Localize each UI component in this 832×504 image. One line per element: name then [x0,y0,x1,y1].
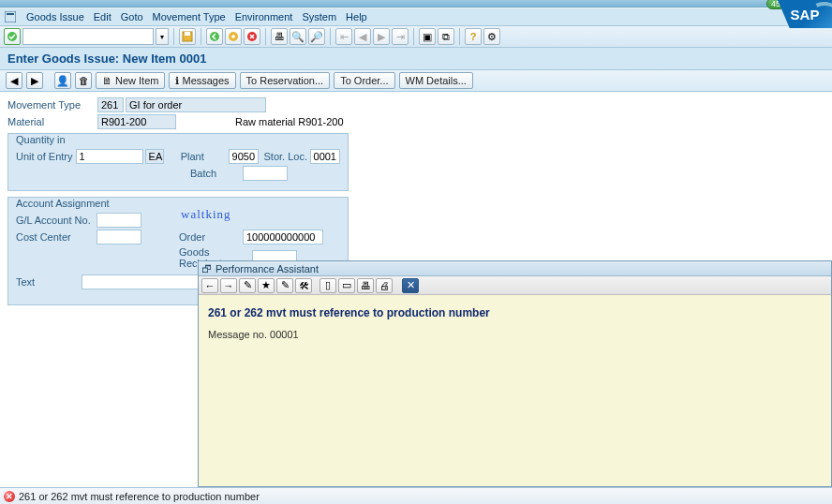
new-item-button[interactable]: 🗎 New Item [96,72,165,89]
pa-search-button[interactable]: ✎ [239,278,256,293]
menu-edit[interactable]: Edit [94,11,111,22]
cc-label: Cost Center [16,231,97,243]
performance-assistant-panel: 🗗 Performance Assistant ← → ✎ ★ ✎ 🛠 ▯ ▭ … [198,260,832,487]
save-button[interactable] [179,28,196,45]
pa-fullscreen-button[interactable]: ▭ [338,278,355,293]
print-button[interactable]: 🖶 [271,28,288,45]
material-code: R901-200 [97,114,176,129]
first-page-button[interactable]: ⇤ [335,28,352,45]
last-page-button[interactable]: ⇥ [392,28,409,45]
movement-type-code: 261 [97,97,124,112]
svg-point-5 [210,32,219,41]
exit-button[interactable] [225,28,242,45]
back-button[interactable] [206,28,223,45]
wm-details-button[interactable]: WM Details... [399,72,473,89]
svg-rect-1 [7,13,14,15]
pa-print2-button[interactable]: 🖶 [357,278,374,293]
watermark-text: waltking [181,207,231,222]
status-text: 261 or 262 mvt must reference to product… [19,491,260,502]
to-reservation-button[interactable]: To Reservation... [240,72,331,89]
performance-assistant-msgno: Message no. 00001 [208,329,822,340]
next-item-button[interactable]: ▶ [26,72,43,89]
info-icon: ℹ [175,75,179,87]
error-icon[interactable]: ✕ [4,491,15,502]
pa-split-button[interactable]: ▯ [319,278,336,293]
prev-page-button[interactable]: ◀ [354,28,371,45]
prev-item-button[interactable]: ◀ [6,72,22,89]
movement-type-text: GI for order [126,97,266,112]
material-desc: Raw material R901-200 [232,114,382,129]
quantity-input[interactable] [76,149,143,164]
menubar: Goods Issue Edit Goto Movement Type Envi… [0,7,832,26]
menu-movement-type[interactable]: Movement Type [153,11,226,22]
command-field-history[interactable]: ▾ [156,28,169,45]
command-field[interactable] [22,28,154,45]
text-label: Text [16,276,82,288]
unit-of-entry-label: Unit of Entry [16,151,76,162]
customize-layout-button[interactable]: ⚙ [483,28,500,45]
order-input[interactable] [243,230,323,245]
movement-type-label: Movement Type [7,99,97,111]
menu-goods-issue[interactable]: Goods Issue [26,11,84,22]
gl-label: G/L Account No. [16,215,97,226]
pa-bookmark-button[interactable]: ★ [258,278,275,293]
create-session-button[interactable]: ▣ [419,28,436,45]
sloc-field[interactable]: 0001 [310,149,340,164]
uom-field[interactable]: EA [145,149,164,164]
cc-input[interactable] [97,230,141,245]
overview-button[interactable]: 👤 [54,72,71,89]
menu-goto[interactable]: Goto [121,11,143,22]
page-title: Enter Goods Issue: New Item 0001 [0,48,832,70]
svg-rect-0 [5,11,16,22]
next-page-button[interactable]: ▶ [373,28,390,45]
pa-notes-button[interactable]: ✎ [276,278,293,293]
performance-assistant-titlebar: 🗗 Performance Assistant [199,261,831,276]
plant-label: Plant [181,151,229,162]
performance-assistant-title: Performance Assistant [215,263,319,274]
menu-environment[interactable]: Environment [235,11,293,22]
svg-rect-4 [185,32,190,36]
order-label: Order [179,231,243,243]
status-bar: ✕ 261 or 262 mvt must reference to produ… [0,487,832,504]
document-icon: 🗎 [102,75,112,86]
pa-tools-button[interactable]: 🛠 [295,278,312,293]
pa-back-button[interactable]: ← [201,278,218,293]
app-toolbar: ◀ ▶ 👤 🗑 🗎 New Item ℹ Messages To Reserva… [0,70,832,92]
plant-field[interactable]: 9050 [229,149,259,164]
batch-label: Batch [190,168,243,179]
new-item-label: New Item [115,75,158,86]
find-next-button[interactable]: 🔎 [308,28,325,45]
messages-label: Messages [182,75,229,86]
batch-input[interactable] [243,166,288,181]
material-label: Material [7,116,97,127]
generate-shortcut-button[interactable]: ⧉ [438,28,454,45]
pa-print-button[interactable]: 🖨 [376,278,393,293]
menu-help[interactable]: Help [346,11,367,22]
menu-system[interactable]: System [302,11,336,22]
quantity-group-title: Quantity in [14,134,67,145]
enter-button[interactable] [4,28,21,45]
performance-assistant-heading: 261 or 262 mvt must reference to product… [208,306,822,319]
standard-toolbar: ▾ 🖶 🔍 🔎 ⇤ ◀ ▶ ⇥ ▣ ⧉ ? ⚙ [0,26,832,48]
menu-system-icon[interactable] [4,10,17,23]
help-button[interactable]: ? [465,28,482,45]
quantity-group: Quantity in Unit of Entry EA Plant 9050 … [7,133,349,191]
find-button[interactable]: 🔍 [290,28,306,45]
cancel-button[interactable] [244,28,260,45]
messages-button[interactable]: ℹ Messages [169,72,235,89]
pa-forward-button[interactable]: → [220,278,237,293]
performance-assistant-body: 261 or 262 mvt must reference to product… [199,295,831,486]
to-order-button[interactable]: To Order... [334,72,394,89]
sloc-label: Stor. Loc. [263,151,309,162]
delete-button[interactable]: 🗑 [75,72,92,89]
performance-assistant-toolbar: ← → ✎ ★ ✎ 🛠 ▯ ▭ 🖶 🖨 ✕ [199,276,831,295]
window-titlebar: 45 [0,0,832,7]
gl-input[interactable] [97,213,141,228]
window-icon: 🗗 [201,263,212,274]
pa-close-button[interactable]: ✕ [402,278,419,293]
account-group-title: Account Assignment [14,198,111,209]
